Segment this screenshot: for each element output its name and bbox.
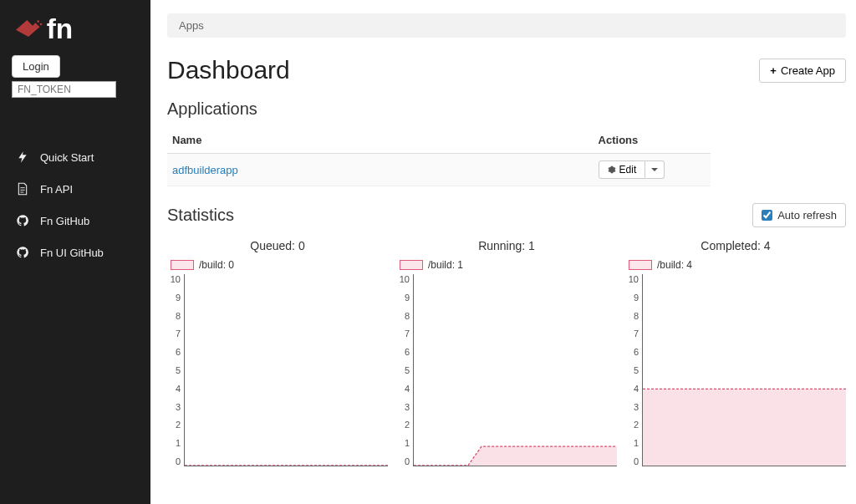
- create-app-button[interactable]: + Create App: [759, 59, 846, 83]
- svg-point-0: [37, 20, 39, 23]
- login-box: Login: [0, 55, 150, 108]
- plot: [642, 274, 846, 466]
- y-tick: 4: [396, 384, 410, 394]
- create-app-label: Create App: [781, 64, 835, 77]
- y-axis: 109876543210: [396, 274, 413, 466]
- plot: [184, 274, 388, 466]
- chart-title: Queued: 0: [167, 239, 388, 252]
- sidebar-item-label: Fn GitHub: [40, 215, 89, 227]
- chart-legend: /build: 1: [400, 259, 617, 271]
- plot-area: 109876543210: [396, 274, 617, 466]
- y-tick: 10: [625, 274, 639, 284]
- y-tick: 10: [167, 274, 181, 284]
- y-tick: 2: [396, 420, 410, 430]
- chart-title: Running: 1: [396, 239, 617, 252]
- plot: [413, 274, 617, 466]
- bolt-icon: [15, 150, 30, 165]
- y-tick: 6: [396, 347, 410, 357]
- sidebar-item-fn-ui-github[interactable]: Fn UI GitHub: [0, 237, 150, 268]
- sidebar-item-quick-start[interactable]: Quick Start: [0, 141, 150, 173]
- y-tick: 9: [167, 293, 181, 303]
- sidebar-item-label: Quick Start: [40, 151, 94, 164]
- y-tick: 2: [625, 420, 639, 430]
- y-axis: 109876543210: [625, 274, 642, 466]
- chart-svg: [414, 274, 617, 466]
- y-tick: 8: [396, 311, 410, 321]
- svg-point-2: [37, 26, 39, 28]
- app-link[interactable]: adfbuilderapp: [167, 154, 594, 186]
- y-tick: 7: [625, 328, 639, 339]
- y-tick: 0: [625, 456, 639, 466]
- github-icon: [15, 213, 30, 228]
- plot-area: 109876543210: [625, 274, 846, 466]
- y-tick: 6: [167, 347, 181, 357]
- y-tick: 5: [396, 365, 410, 375]
- legend-label: /build: 0: [199, 259, 234, 271]
- edit-label: Edit: [619, 164, 637, 176]
- sidebar: fn Login Quick Start Fn API Fn GitHub: [0, 0, 150, 504]
- y-tick: 0: [167, 456, 181, 466]
- page-title: Dashboard: [167, 56, 290, 84]
- auto-refresh-label: Auto refresh: [777, 209, 837, 221]
- y-tick: 3: [625, 402, 639, 412]
- col-actions: Actions: [594, 127, 711, 154]
- section-applications-title: Applications: [167, 99, 846, 119]
- breadcrumb[interactable]: Apps: [167, 13, 846, 38]
- y-tick: 5: [625, 365, 639, 375]
- legend-label: /build: 4: [657, 259, 692, 271]
- y-tick: 1: [625, 438, 639, 448]
- svg-point-1: [40, 23, 43, 26]
- sidebar-item-fn-api[interactable]: Fn API: [0, 173, 150, 205]
- fn-logo-icon: fn: [12, 12, 95, 45]
- section-statistics-title: Statistics: [167, 206, 234, 225]
- plus-icon: +: [770, 64, 777, 77]
- y-tick: 4: [625, 384, 639, 394]
- chart-svg: [185, 274, 388, 466]
- caret-down-icon: [651, 168, 658, 171]
- statistics-header-row: Statistics Auto refresh: [167, 203, 846, 227]
- token-input[interactable]: [12, 81, 116, 98]
- y-tick: 10: [396, 274, 410, 284]
- y-tick: 5: [167, 365, 181, 375]
- y-tick: 7: [396, 328, 410, 339]
- gear-icon: [608, 165, 616, 174]
- auto-refresh-toggle[interactable]: Auto refresh: [752, 203, 846, 227]
- y-tick: 1: [167, 438, 181, 448]
- legend-label: /build: 1: [428, 259, 463, 271]
- auto-refresh-checkbox[interactable]: [762, 210, 772, 221]
- y-tick: 3: [396, 402, 410, 412]
- sidebar-nav: Quick Start Fn API Fn GitHub Fn UI GitHu…: [0, 141, 150, 268]
- chart-legend: /build: 0: [171, 259, 388, 271]
- header-row: Dashboard + Create App: [167, 56, 846, 84]
- svg-text:fn: fn: [47, 13, 73, 44]
- y-tick: 9: [396, 293, 410, 303]
- y-tick: 9: [625, 293, 639, 303]
- action-button-group: Edit: [599, 160, 665, 179]
- y-tick: 3: [167, 402, 181, 412]
- legend-swatch: [400, 260, 423, 270]
- y-tick: 7: [167, 328, 181, 339]
- main-content: Apps Dashboard + Create App Applications…: [150, 0, 856, 504]
- y-tick: 6: [625, 347, 639, 357]
- chart-svg: [643, 274, 846, 466]
- chart-0: Queued: 0/build: 0109876543210: [167, 239, 388, 466]
- sidebar-item-fn-github[interactable]: Fn GitHub: [0, 205, 150, 237]
- y-tick: 1: [396, 438, 410, 448]
- y-tick: 8: [625, 311, 639, 321]
- chart-legend: /build: 4: [629, 259, 846, 271]
- y-tick: 4: [167, 384, 181, 394]
- sidebar-item-label: Fn API: [40, 183, 73, 196]
- chart-1: Running: 1/build: 1109876543210: [396, 239, 617, 466]
- y-axis: 109876543210: [167, 274, 184, 466]
- logo: fn: [0, 8, 150, 55]
- login-button[interactable]: Login: [12, 55, 60, 78]
- charts-row: Queued: 0/build: 0109876543210Running: 1…: [167, 239, 846, 466]
- legend-swatch: [171, 260, 194, 270]
- legend-swatch: [629, 260, 652, 270]
- sidebar-item-label: Fn UI GitHub: [40, 247, 104, 259]
- chart-2: Completed: 4/build: 4109876543210: [625, 239, 846, 466]
- edit-dropdown-button[interactable]: [645, 160, 665, 179]
- table-row: adfbuilderapp Edit: [167, 154, 711, 186]
- github-icon: [15, 245, 30, 260]
- edit-button[interactable]: Edit: [599, 160, 646, 179]
